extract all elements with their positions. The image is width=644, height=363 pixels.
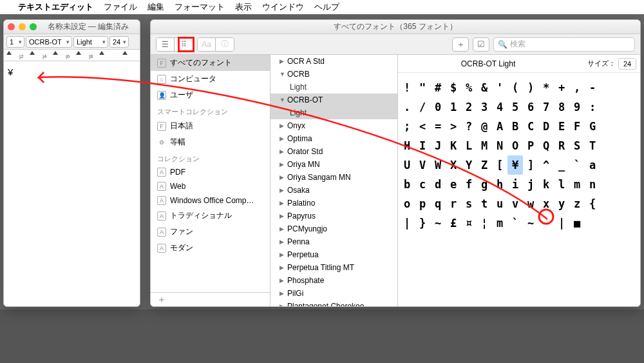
glyph-cell[interactable]: D bbox=[538, 117, 554, 136]
minimize-icon[interactable] bbox=[19, 23, 26, 30]
glyph-cell[interactable]: J bbox=[430, 136, 446, 155]
glyph-cell[interactable]: 0 bbox=[430, 97, 446, 117]
glyph-cell[interactable]: ? bbox=[461, 117, 477, 136]
glyph-cell[interactable] bbox=[585, 213, 600, 233]
glyph-cell[interactable]: d bbox=[430, 175, 446, 194]
glyph-cell[interactable]: b bbox=[399, 175, 415, 194]
glyph-cell[interactable]: q bbox=[430, 194, 446, 213]
font-panel-titlebar[interactable]: すべてのフォント（365 フォント） bbox=[151, 20, 640, 34]
zoom-icon[interactable] bbox=[30, 23, 37, 30]
sidebar-item-windows[interactable]: AWindows Office Comp… bbox=[151, 193, 270, 208]
add-collection-button[interactable]: ＋ bbox=[151, 292, 270, 306]
glyph-cell[interactable]: ! bbox=[399, 78, 415, 97]
glyph-cell[interactable]: F bbox=[569, 117, 585, 136]
font-family-select[interactable]: OCRB-OT bbox=[26, 36, 72, 48]
glyph-cell[interactable]: X bbox=[446, 155, 461, 175]
ruler[interactable]: |2 |4 |6 |8 bbox=[4, 50, 140, 61]
family-item[interactable]: ▶Oriya MN bbox=[270, 158, 397, 171]
glyph-cell[interactable]: m bbox=[569, 175, 585, 194]
glyph-cell[interactable]: U bbox=[399, 155, 415, 175]
family-item[interactable]: ▶OCR A Std bbox=[270, 55, 397, 68]
glyph-cell[interactable]: t bbox=[477, 194, 492, 213]
glyph-cell[interactable]: V bbox=[415, 155, 430, 175]
glyph-cell[interactable]: j bbox=[523, 175, 538, 194]
glyph-cell[interactable]: - bbox=[585, 78, 600, 97]
glyph-cell[interactable]: R bbox=[554, 136, 569, 155]
glyph-cell[interactable]: H bbox=[399, 136, 415, 155]
glyph-cell[interactable]: M bbox=[477, 136, 492, 155]
glyph-cell[interactable]: m bbox=[492, 213, 507, 233]
family-item[interactable]: ▶Osaka bbox=[270, 184, 397, 197]
search-input[interactable]: 🔍 検索 bbox=[493, 37, 635, 52]
glyph-cell[interactable]: ` bbox=[569, 155, 585, 175]
add-button[interactable]: ＋ bbox=[452, 37, 469, 52]
glyph-cell[interactable]: 1 bbox=[446, 97, 461, 117]
family-style-item[interactable]: Light bbox=[270, 106, 397, 119]
glyph-cell[interactable]: Q bbox=[538, 136, 554, 155]
font-family-list[interactable]: ▶OCR A Std▼OCRBLight▼OCRB-OTLight▶Onyx▶O… bbox=[270, 55, 398, 306]
glyph-cell[interactable]: , bbox=[569, 78, 585, 97]
glyph-cell[interactable]: n bbox=[585, 175, 600, 194]
glyph-cell[interactable]: { bbox=[585, 194, 600, 213]
family-item[interactable]: ▶PilGi bbox=[270, 287, 397, 300]
glyph-cell[interactable]: A bbox=[492, 117, 507, 136]
glyph-cell[interactable]: 7 bbox=[538, 97, 554, 117]
glyph-cell[interactable]: ` bbox=[507, 213, 523, 233]
close-icon[interactable] bbox=[8, 23, 15, 30]
sidebar-item-computer[interactable]: ⌂コンピュータ bbox=[151, 71, 270, 87]
glyph-cell[interactable]: 3 bbox=[477, 97, 492, 117]
glyph-cell[interactable]: o bbox=[399, 194, 415, 213]
glyph-cell[interactable]: [ bbox=[492, 155, 507, 175]
glyph-cell[interactable]: B bbox=[507, 117, 523, 136]
family-item[interactable]: ▼OCRB bbox=[270, 68, 397, 81]
preview-size-input[interactable] bbox=[618, 58, 636, 70]
glyph-cell[interactable]: i bbox=[507, 175, 523, 194]
glyph-cell[interactable]: = bbox=[430, 117, 446, 136]
glyph-cell[interactable]: / bbox=[415, 97, 430, 117]
glyph-cell[interactable]: 5 bbox=[507, 97, 523, 117]
family-item[interactable]: ▶Penna bbox=[270, 235, 397, 248]
glyph-cell[interactable]: £ bbox=[446, 213, 461, 233]
menu-format[interactable]: フォーマット bbox=[175, 1, 225, 13]
sidebar-item-web[interactable]: AWeb bbox=[151, 179, 270, 193]
glyph-cell[interactable]: c bbox=[415, 175, 430, 194]
menu-window[interactable]: ウインドウ bbox=[262, 1, 304, 13]
info-button[interactable]: ⓘ bbox=[216, 38, 234, 51]
list-view-button[interactable]: ☰ bbox=[156, 38, 175, 51]
glyph-cell[interactable]: ¤ bbox=[461, 213, 477, 233]
glyph-cell[interactable]: ( bbox=[507, 78, 523, 97]
family-item[interactable]: ▶Perpetua Titling MT bbox=[270, 261, 397, 274]
glyph-cell[interactable]: P bbox=[523, 136, 538, 155]
glyph-cell[interactable]: G bbox=[585, 117, 600, 136]
family-item[interactable]: ▶Orator Std bbox=[270, 145, 397, 158]
sidebar-item-japanese[interactable]: F日本語 bbox=[151, 118, 270, 134]
glyph-cell[interactable]: 8 bbox=[554, 97, 569, 117]
glyph-cell[interactable]: 6 bbox=[523, 97, 538, 117]
glyph-cell[interactable]: " bbox=[415, 78, 430, 97]
glyph-cell[interactable]: ■ bbox=[569, 213, 585, 233]
glyph-cell[interactable]: | bbox=[399, 213, 415, 233]
font-weight-select[interactable]: Light bbox=[73, 36, 108, 48]
textedit-titlebar[interactable]: 名称未設定 — 編集済み bbox=[4, 20, 140, 34]
glyph-cell[interactable]: x bbox=[538, 194, 554, 213]
glyph-cell[interactable]: h bbox=[492, 175, 507, 194]
family-item[interactable]: ▶Palatino bbox=[270, 197, 397, 210]
family-item[interactable]: ▶Papyrus bbox=[270, 210, 397, 222]
glyph-cell[interactable]: s bbox=[461, 194, 477, 213]
glyph-cell[interactable]: ' bbox=[492, 78, 507, 97]
glyph-cell[interactable]: ^ bbox=[538, 155, 554, 175]
family-style-item[interactable]: Light bbox=[270, 81, 397, 93]
glyph-cell[interactable]: } bbox=[415, 213, 430, 233]
sample-a-button[interactable]: Aa bbox=[198, 38, 216, 51]
glyph-cell[interactable]: Y bbox=[461, 155, 477, 175]
glyph-cell[interactable]: 2 bbox=[461, 97, 477, 117]
glyph-cell[interactable]: L bbox=[461, 136, 477, 155]
family-item[interactable]: ▶Oriya Sangam MN bbox=[270, 171, 397, 184]
sidebar-item-all-fonts[interactable]: Fすべてのフォント bbox=[151, 55, 270, 71]
glyph-cell[interactable]: ~ bbox=[430, 213, 446, 233]
glyph-cell[interactable]: S bbox=[569, 136, 585, 155]
glyph-cell[interactable]: K bbox=[446, 136, 461, 155]
app-menu[interactable]: テキストエディット bbox=[18, 1, 93, 13]
glyph-cell[interactable]: % bbox=[461, 78, 477, 97]
family-item[interactable]: ▶Optima bbox=[270, 132, 397, 145]
